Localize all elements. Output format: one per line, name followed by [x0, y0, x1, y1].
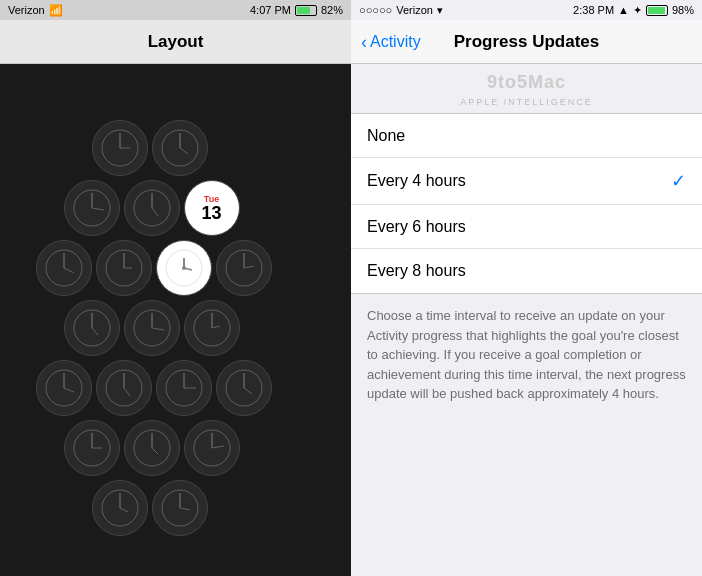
- left-panel: Verizon 📶 4:07 PM 82% Layout: [0, 0, 351, 576]
- svg-line-33: [212, 326, 220, 328]
- watermark-sub: APPLE INTELLIGENCE: [351, 97, 702, 107]
- menu-item-8hours-label: Every 8 hours: [367, 262, 466, 280]
- watch-face-12[interactable]: [184, 300, 240, 356]
- checkmark-icon: ✓: [671, 170, 686, 192]
- description-text: Choose a time interval to receive an upd…: [367, 306, 686, 404]
- left-status-right: 4:07 PM 82%: [250, 4, 343, 16]
- description-box: Choose a time interval to receive an upd…: [351, 294, 702, 416]
- right-nav-title: Progress Updates: [454, 32, 600, 51]
- left-carrier: Verizon: [8, 4, 45, 16]
- svg-line-5: [180, 148, 188, 154]
- back-button[interactable]: ‹ Activity: [361, 33, 421, 51]
- watch-face-2[interactable]: [152, 120, 208, 176]
- back-label[interactable]: Activity: [370, 33, 421, 51]
- right-battery-icon: [646, 5, 668, 16]
- watch-face-19[interactable]: [184, 420, 240, 476]
- left-battery-pct: 82%: [321, 4, 343, 16]
- svg-line-60: [180, 508, 190, 510]
- menu-item-6hours[interactable]: Every 6 hours: [351, 205, 702, 249]
- watch-face-18[interactable]: [124, 420, 180, 476]
- right-status-left: ○○○○○ Verizon ▾: [359, 4, 443, 17]
- right-battery-pct: 98%: [672, 4, 694, 16]
- right-location-icon: ▲: [618, 4, 629, 16]
- watch-face-6[interactable]: [36, 240, 92, 296]
- watch-face-15[interactable]: [156, 360, 212, 416]
- right-bluetooth-icon: ✦: [633, 4, 642, 17]
- svg-line-51: [152, 448, 158, 454]
- menu-item-none-label: None: [367, 127, 405, 145]
- watch-face-5[interactable]: Tue 13: [184, 180, 240, 236]
- svg-line-27: [92, 328, 98, 335]
- svg-line-8: [92, 208, 104, 210]
- right-wifi-icon: ▾: [437, 4, 443, 17]
- svg-point-21: [182, 266, 186, 270]
- svg-line-11: [152, 208, 158, 216]
- menu-item-4hours-label: Every 4 hours: [367, 172, 466, 190]
- watch-face-7[interactable]: [96, 240, 152, 296]
- menu-item-6hours-label: Every 6 hours: [367, 218, 466, 236]
- left-nav-title: Layout: [148, 32, 204, 52]
- svg-line-36: [64, 388, 74, 392]
- watch-face-17[interactable]: [64, 420, 120, 476]
- watch-grid: Tue 13: [36, 120, 316, 520]
- watch-face-8[interactable]: [156, 240, 212, 296]
- svg-line-45: [244, 388, 252, 394]
- watch-face-20[interactable]: [92, 480, 148, 536]
- left-status-left: Verizon 📶: [8, 4, 63, 17]
- watch-face-13[interactable]: [36, 360, 92, 416]
- right-status-bar: ○○○○○ Verizon ▾ 2:38 PM ▲ ✦ 98%: [351, 0, 702, 20]
- left-status-bar: Verizon 📶 4:07 PM 82%: [0, 0, 351, 20]
- watch-face-4[interactable]: [124, 180, 180, 236]
- watch-face-16[interactable]: [216, 360, 272, 416]
- left-battery-icon: [295, 5, 317, 16]
- watch-face-21[interactable]: [152, 480, 208, 536]
- svg-line-57: [120, 508, 128, 512]
- watch-face-1[interactable]: [92, 120, 148, 176]
- watch-face-14[interactable]: [96, 360, 152, 416]
- watch-face-area: Tue 13: [0, 64, 351, 576]
- svg-line-30: [152, 328, 164, 330]
- menu-item-4hours[interactable]: Every 4 hours ✓: [351, 158, 702, 205]
- left-time: 4:07 PM: [250, 4, 291, 16]
- watermark: 9to5Mac: [351, 64, 702, 97]
- menu-item-8hours[interactable]: Every 8 hours: [351, 249, 702, 293]
- right-time: 2:38 PM: [573, 4, 614, 16]
- watch-face-9[interactable]: [216, 240, 272, 296]
- svg-line-14: [64, 268, 74, 273]
- watch-face-3[interactable]: [64, 180, 120, 236]
- left-nav-bar: Layout: [0, 20, 351, 64]
- back-chevron-icon: ‹: [361, 33, 367, 51]
- svg-line-54: [212, 446, 224, 448]
- right-status-right: 2:38 PM ▲ ✦ 98%: [573, 4, 694, 17]
- right-nav-bar: ‹ Activity Progress Updates: [351, 20, 702, 64]
- svg-line-39: [124, 388, 130, 396]
- svg-line-24: [244, 266, 254, 268]
- left-wifi-icon: 📶: [49, 4, 63, 17]
- menu-list: None Every 4 hours ✓ Every 6 hours Every…: [351, 113, 702, 294]
- watch-face-11[interactable]: [124, 300, 180, 356]
- right-signal-dots: ○○○○○: [359, 4, 392, 16]
- watch-face-10[interactable]: [64, 300, 120, 356]
- right-carrier: Verizon: [396, 4, 433, 16]
- menu-item-none[interactable]: None: [351, 114, 702, 158]
- right-panel: ○○○○○ Verizon ▾ 2:38 PM ▲ ✦ 98% ‹ Activi…: [351, 0, 702, 576]
